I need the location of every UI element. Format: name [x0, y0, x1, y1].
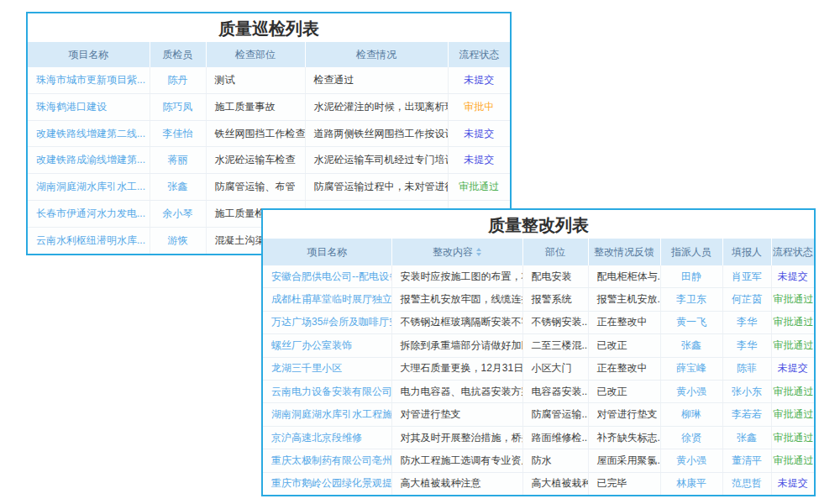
inspector-link[interactable]: 李佳怡: [150, 120, 206, 147]
project-link[interactable]: 螺丝厂办公室装饰: [263, 334, 391, 357]
assignee-link[interactable]: 徐贤: [660, 426, 722, 449]
assignee-link[interactable]: 林康平: [660, 472, 722, 495]
sort-icon[interactable]: [476, 248, 481, 256]
table-row: 改建铁路成渝线增建第... 蒋丽 水泥砼运输车检查 水泥砼运输车司机经过专门培训…: [28, 147, 510, 174]
feedback-cell: 报警主机安放...: [588, 288, 660, 311]
status-badge: 审批通过: [771, 449, 814, 472]
col-header-assignee: 指派人员: [660, 239, 722, 265]
project-link[interactable]: 云南电力设备安装有限公司20...: [263, 380, 391, 402]
rectify-content-cell: 报警主机安放牢固，线缆连接...: [391, 288, 522, 311]
rectify-content-cell: 电力电容器、电抗器安装方案,...: [391, 380, 522, 402]
status-badge: 未提交: [771, 265, 814, 288]
feedback-cell: 已改正: [588, 380, 660, 402]
status-badge: 未提交: [448, 67, 510, 93]
table-row: 成都杜甫草堂临时展厅独立展... 报警主机安放牢固，线缆连接... 报警系统 报…: [263, 288, 814, 311]
reporter-link[interactable]: 何芷茵: [722, 288, 771, 311]
col-header-rectify-content[interactable]: 整改内容: [391, 239, 522, 265]
inspector-link[interactable]: 陈丹: [150, 67, 206, 93]
feedback-cell: 配电柜柜体与...: [588, 265, 660, 288]
inspector-link[interactable]: 余小琴: [150, 201, 206, 228]
inspector-link[interactable]: 游恢: [150, 228, 206, 254]
project-link[interactable]: 重庆市鹅岭公园绿化景观提升...: [263, 472, 391, 495]
assignee-link[interactable]: 薛宝峰: [660, 357, 722, 380]
reporter-link[interactable]: 李华: [722, 311, 771, 333]
part-cell: 防水: [522, 449, 588, 472]
part-cell: 不锈钢安装...: [522, 311, 588, 333]
feedback-cell: 屋面采用聚氯...: [588, 449, 660, 472]
project-link[interactable]: 万达广场35#会所及咖啡厅空...: [263, 311, 391, 333]
table-row: 珠海市城市更新项目紫... 陈丹 测试 检查通过 未提交: [28, 67, 510, 93]
col-header-flow-status: 流程状态: [448, 42, 510, 67]
project-link[interactable]: 改建铁路线增建第二线...: [28, 120, 150, 147]
status-badge: 审批通过: [771, 403, 814, 426]
table-row: 京沪高速北京段维修 对其及时开展整治措施，桥头... 路面维修检... 补齐缺失…: [263, 426, 814, 449]
table-row: 螺丝厂办公室装饰 拆除到承重墙部分请做好加固... 二至三楼混... 已改正 张…: [263, 334, 814, 357]
reporter-link[interactable]: 范思哲: [722, 472, 771, 495]
assignee-link[interactable]: 田静: [660, 265, 722, 288]
reporter-link[interactable]: 张鑫: [722, 426, 771, 449]
inspector-link[interactable]: 张鑫: [150, 174, 206, 201]
table-row: 湖南洞庭湖水库引水工程施工标 对管进行垫支 防腐管运输... 对管进行垫支 柳琳…: [263, 403, 814, 426]
status-badge: 未提交: [771, 357, 814, 380]
rectify-content-cell: 防水工程施工选调有专业资质...: [391, 449, 522, 472]
col-header-reporter: 填报人: [722, 239, 771, 265]
status-badge: 未提交: [448, 147, 510, 174]
project-link[interactable]: 湖南洞庭湖水库引水工...: [28, 174, 150, 201]
col-header-feedback: 整改情况反馈: [588, 239, 660, 265]
project-link[interactable]: 安徽合肥供电公司--配电设备...: [263, 265, 391, 288]
rectify-content-cell: 不锈钢边框玻璃隔断安装不牢...: [391, 311, 522, 333]
rectify-content-cell: 拆除到承重墙部分请做好加固...: [391, 334, 522, 357]
check-part-cell: 铁丝网围挡工作检查: [206, 120, 305, 147]
reporter-link[interactable]: 李若若: [722, 403, 771, 426]
rectify-content-cell: 高大植被栽种注意: [391, 472, 522, 495]
table-row: 安徽合肥供电公司--配电设备... 安装时应按施工图的布置，将... 配电安装 …: [263, 265, 814, 288]
status-badge: 审批通过: [771, 311, 814, 333]
table-row: 珠海鹤港口建设 陈巧凤 施工质量事故 水泥砼灌注的时候，出现离析现象 审批中: [28, 93, 510, 120]
assignee-link[interactable]: 黄小强: [660, 449, 722, 472]
project-link[interactable]: 云南水利枢纽潜明水库...: [28, 228, 150, 254]
project-link[interactable]: 湖南洞庭湖水库引水工程施工标: [263, 403, 391, 426]
part-cell: 防腐管运输...: [522, 403, 588, 426]
reporter-link[interactable]: 李华: [722, 334, 771, 357]
project-link[interactable]: 龙湖三千里小区: [263, 357, 391, 380]
assignee-link[interactable]: 黄一飞: [660, 311, 722, 333]
check-part-cell: 测试: [206, 67, 305, 93]
part-cell: 小区大门: [522, 357, 588, 380]
rectification-table: 项目名称 整改内容 部位 整改情况反馈 指派人员 填报人 流程状态 安徽合肥供电…: [263, 239, 814, 495]
feedback-cell: 正在整改中: [588, 357, 660, 380]
check-part-cell: 施工质量事故: [206, 93, 305, 120]
reporter-link[interactable]: 陈菲: [722, 357, 771, 380]
assignee-link[interactable]: 李卫东: [660, 288, 722, 311]
project-link[interactable]: 重庆太极制药有限公司亳州中...: [263, 449, 391, 472]
project-link[interactable]: 长春市伊通河水力发电...: [28, 201, 150, 228]
reporter-link[interactable]: 张小东: [722, 380, 771, 402]
sort-caret-up-icon: [476, 248, 481, 251]
project-link[interactable]: 京沪高速北京段维修: [263, 426, 391, 449]
inspector-link[interactable]: 陈巧凤: [150, 93, 206, 120]
project-link[interactable]: 改建铁路成渝线增建第...: [28, 147, 150, 174]
part-cell: 电容器安装...: [522, 380, 588, 402]
inspection-header-row: 项目名称 质检员 检查部位 检查情况 流程状态: [28, 42, 510, 67]
col-header-flow-status: 流程状态: [771, 239, 814, 265]
project-link[interactable]: 珠海鹤港口建设: [28, 93, 150, 120]
check-situation-cell: 防腐管运输过程中，未对管进行...: [305, 174, 448, 201]
status-badge: 审批通过: [448, 174, 510, 201]
col-header-check-part: 检查部位: [206, 42, 305, 67]
assignee-link[interactable]: 柳琳: [660, 403, 722, 426]
reporter-link[interactable]: 肖亚军: [722, 265, 771, 288]
col-header-project-name: 项目名称: [263, 239, 391, 265]
assignee-link[interactable]: 张鑫: [660, 334, 722, 357]
reporter-link[interactable]: 董清平: [722, 449, 771, 472]
table-row: 万达广场35#会所及咖啡厅空... 不锈钢边框玻璃隔断安装不牢... 不锈钢安装…: [263, 311, 814, 333]
inspector-link[interactable]: 蒋丽: [150, 147, 206, 174]
project-link[interactable]: 珠海市城市更新项目紫...: [28, 67, 150, 93]
table-row: 重庆市鹅岭公园绿化景观提升... 高大植被栽种注意 高大植被栽种 已完毕 林康平…: [263, 472, 814, 495]
inspection-list-title: 质量巡检列表: [28, 13, 510, 42]
col-header-project-name: 项目名称: [28, 42, 150, 67]
assignee-link[interactable]: 黄小强: [660, 380, 722, 402]
table-row: 重庆太极制药有限公司亳州中... 防水工程施工选调有专业资质... 防水 屋面采…: [263, 449, 814, 472]
check-situation-cell: 水泥砼运输车司机经过专门培训...: [305, 147, 448, 174]
project-link[interactable]: 成都杜甫草堂临时展厅独立展...: [263, 288, 391, 311]
feedback-cell: 已完毕: [588, 472, 660, 495]
check-situation-cell: 道路两侧铁丝网围挡工作按设计...: [305, 120, 448, 147]
